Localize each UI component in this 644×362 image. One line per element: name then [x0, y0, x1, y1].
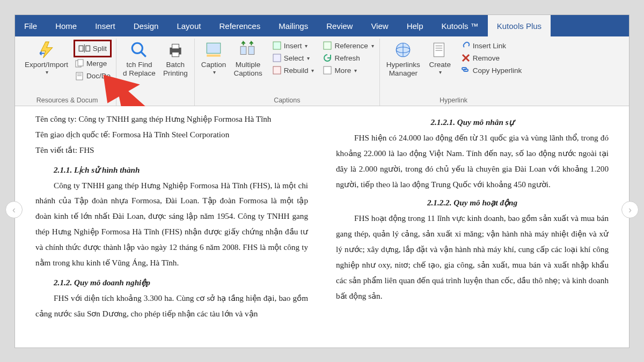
printer-icon: [166, 41, 185, 59]
captions-rebuild-button[interactable]: Rebuild▾: [271, 64, 316, 76]
export-import-button[interactable]: Export/Import ▾: [23, 40, 70, 76]
company-name-line: Tên công ty: Công ty TNHH gang thép Hưng…: [35, 112, 308, 127]
abbrev-line: Tên viết tắt: FHS: [35, 143, 308, 158]
svg-rect-12: [172, 44, 179, 49]
refresh-icon: [323, 53, 332, 63]
svg-rect-14: [207, 43, 221, 53]
caption-label: Caption: [201, 61, 226, 69]
caption-icon: [204, 41, 223, 59]
personnel-paragraph: FHS hiện có 24.000 lao động đến từ 31 qu…: [336, 130, 609, 193]
lightning-icon: [38, 41, 56, 59]
insert-icon: [272, 41, 282, 50]
tab-home[interactable]: Home: [46, 15, 86, 36]
tab-view[interactable]: View: [362, 15, 397, 36]
dropdown-icon: ▾: [213, 69, 216, 76]
hyperlinks-manager-label: Hyperlinks Manager: [386, 61, 420, 77]
svg-rect-20: [273, 67, 281, 74]
captions-insert-button[interactable]: Insert▾: [271, 40, 316, 51]
find-label: tch Find d Replace: [123, 61, 156, 77]
group-captions: Caption ▾ Multiple Captions Insert▾ Sele…: [195, 39, 380, 106]
tab-help[interactable]: Help: [398, 15, 433, 36]
heading-personnel: 2.1.2.1. Quy mô nhân sự: [336, 115, 609, 130]
svg-rect-17: [248, 47, 254, 55]
group-hyperlink: Hyperlinks Manager Create ▾ Insert Link …: [380, 39, 528, 106]
remove-icon: [461, 53, 471, 63]
captions-more-button[interactable]: More▾: [321, 64, 375, 76]
insert-link-button[interactable]: Insert Link: [460, 40, 523, 51]
heading-history: 2.1.1. Lịch sử hình thành: [35, 162, 308, 178]
scale-paragraph: FHS với diện tích khoảng 3.300 ha. Cùng …: [35, 291, 308, 322]
svg-rect-19: [273, 54, 281, 62]
hyperlink-create-button[interactable]: Create ▾: [426, 40, 455, 76]
copy-link-icon: [461, 65, 471, 75]
svg-rect-22: [324, 67, 331, 74]
svg-rect-6: [76, 72, 83, 80]
tab-file[interactable]: File: [15, 15, 46, 36]
tab-design[interactable]: Design: [125, 15, 168, 36]
heading-operations: 2.1.2.2. Quy mô hoạt động: [336, 195, 609, 211]
split-button[interactable]: Split: [74, 40, 112, 57]
batch-printing-button[interactable]: Batch Printing: [161, 40, 190, 78]
export-import-label: Export/Import: [25, 61, 68, 69]
docdo-label: Doc/Do: [86, 72, 111, 80]
copy-hyperlink-button[interactable]: Copy Hyperlink: [460, 64, 523, 76]
tab-insert[interactable]: Insert: [86, 15, 125, 36]
ribbon: Export/Import ▾ Split Merge Doc/Do: [15, 36, 629, 106]
captions-reference-button[interactable]: Reference▾: [321, 40, 375, 51]
link-icon: [461, 41, 471, 50]
intl-name-line: Tên giao dịch quốc tế: Formosa Hà Tĩnh S…: [35, 127, 308, 143]
dropdown-icon: ▾: [439, 69, 442, 76]
svg-rect-2: [86, 46, 90, 51]
reference-icon: [323, 41, 332, 50]
multiple-captions-button[interactable]: Multiple Captions: [231, 40, 264, 78]
operations-paragraph: FHS hoạt động trong 11 lĩnh vực kinh doa…: [336, 211, 609, 304]
word-window: File Home Insert Design Layout Reference…: [15, 15, 629, 348]
create-icon: [431, 41, 449, 59]
svg-point-9: [133, 43, 143, 53]
group-captions-label: Captions: [199, 95, 375, 106]
svg-rect-21: [324, 42, 331, 49]
ribbon-tabs: File Home Insert Design Layout Reference…: [15, 15, 629, 36]
history-paragraph: Công ty TNHH gang thép Hưng Nghiệp Formo…: [35, 178, 308, 271]
tab-kutools-plus[interactable]: Kutools Plus: [488, 15, 551, 36]
merge-label: Merge: [86, 60, 107, 68]
group-resources-label: Resources & Docum: [23, 95, 112, 106]
multiple-captions-label: Multiple Captions: [233, 61, 262, 77]
tab-layout[interactable]: Layout: [167, 15, 210, 36]
page-left: Tên công ty: Công ty TNHH gang thép Hưng…: [15, 106, 322, 348]
doc-icon: [75, 71, 84, 81]
rebuild-icon: [272, 65, 282, 75]
create-label: Create: [429, 61, 451, 69]
tab-kutools[interactable]: Kutools ™: [433, 15, 488, 36]
remove-link-button[interactable]: Remove: [460, 52, 523, 64]
tab-review[interactable]: Review: [317, 15, 362, 36]
more-icon: [323, 65, 332, 75]
tab-references[interactable]: References: [210, 15, 269, 36]
next-image-button[interactable]: ›: [621, 201, 639, 218]
prev-image-button[interactable]: ‹: [5, 201, 23, 218]
svg-rect-18: [273, 42, 281, 49]
captions-select-button[interactable]: Select▾: [271, 52, 316, 64]
split-icon: [78, 42, 91, 55]
heading-scale: 2.1.2. Quy mô doanh nghiệp: [35, 275, 308, 291]
group-find-print: tch Find d Replace Batch Printing: [116, 39, 195, 106]
svg-rect-15: [207, 55, 221, 57]
group-resources: Export/Import ▾ Split Merge Doc/Do: [18, 39, 116, 106]
hyperlinks-manager-button[interactable]: Hyperlinks Manager: [384, 40, 422, 78]
svg-rect-16: [240, 47, 246, 55]
split-label: Split: [93, 45, 107, 53]
caption-button[interactable]: Caption ▾: [199, 40, 229, 76]
captions-refresh-button[interactable]: Refresh: [321, 52, 375, 64]
batch-find-replace-button[interactable]: tch Find d Replace: [121, 40, 158, 78]
select-icon: [272, 53, 282, 63]
svg-line-10: [142, 52, 147, 57]
svg-rect-5: [78, 60, 83, 66]
tab-mailings[interactable]: Mailings: [269, 15, 317, 36]
docdo-button[interactable]: Doc/Do: [74, 70, 112, 82]
group-hyperlink-label: Hyperlink: [384, 95, 523, 106]
hyperlink-manager-icon: [394, 41, 412, 59]
document-area: Tên công ty: Công ty TNHH gang thép Hưng…: [15, 106, 629, 348]
page-right: 2.1.2.1. Quy mô nhân sự FHS hiện có 24.0…: [322, 106, 629, 348]
svg-rect-26: [434, 43, 444, 57]
merge-button[interactable]: Merge: [74, 58, 112, 70]
